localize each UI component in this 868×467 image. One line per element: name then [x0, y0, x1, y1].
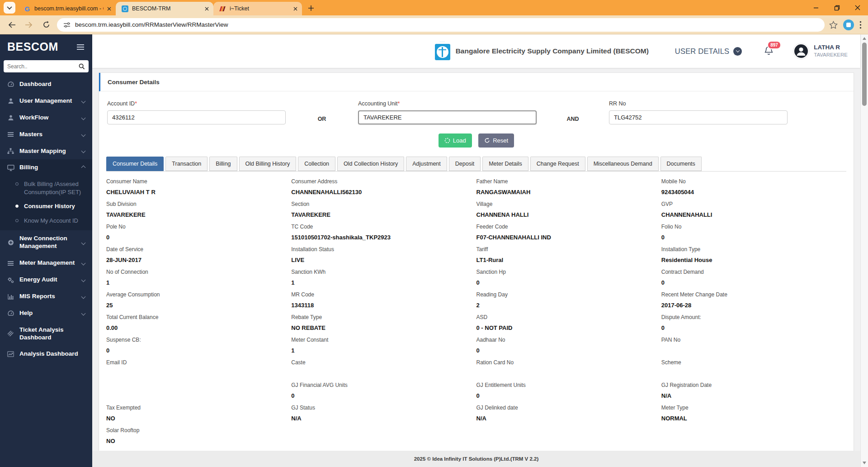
site-info-icon [63, 22, 71, 28]
detail-label: Feeder Code [476, 224, 655, 230]
sidebar-item-new-connection-management[interactable]: New Connection Management [0, 230, 92, 255]
detail-label: Contract Demand [661, 269, 840, 275]
detail-cell: No of Connection1 [106, 269, 291, 291]
hamburger-menu-icon[interactable] [77, 44, 84, 50]
tab-old-billing-history[interactable]: Old Billing History [239, 157, 297, 171]
load-button[interactable]: Load [439, 133, 472, 148]
detail-cell: Installation TypeResidential House [661, 246, 846, 269]
tab-miscellaneous-demand[interactable]: Miscellaneous Demand [587, 157, 659, 171]
sidebar-subitem-consumer-history[interactable]: Consumer History [0, 199, 92, 214]
detail-label: GJ Entitlement Units [476, 382, 655, 388]
tab-billing[interactable]: Billing [209, 157, 237, 171]
refresh-icon [484, 138, 490, 143]
back-button[interactable] [5, 19, 18, 31]
sidebar-subitem-bulk-billing-assesed-consumption-ip-set-[interactable]: Bulk Billing /Assesed Consumption(IP SET… [0, 177, 92, 199]
back-icon [8, 21, 16, 29]
detail-cell: Sub DivisionTAVAREKERE [106, 201, 291, 224]
tab-title: bescom.trm.ieasybill.com - Goo [34, 5, 104, 12]
chevron-down-icon [81, 132, 86, 137]
detail-label: Father Name [476, 178, 655, 185]
tab-deposit[interactable]: Deposit [449, 157, 481, 171]
detail-label: Mobile No [661, 178, 840, 185]
scroll-up-arrow[interactable] [861, 35, 868, 42]
rr-no-field[interactable] [609, 110, 788, 124]
detail-label: Meter Constant [291, 337, 470, 343]
tab-adjustment[interactable]: Adjustment [406, 157, 447, 171]
detail-value: 25 [106, 302, 285, 309]
detail-cell: Tax ExemptedNO [106, 405, 291, 427]
detail-label: Meter Type [661, 405, 840, 411]
search-input[interactable] [7, 63, 79, 70]
detail-cell: Date of Service28-JUN-2017 [106, 246, 291, 269]
tab-consumer-details[interactable]: Consumer Details [106, 157, 164, 171]
detail-label: Email ID [106, 359, 285, 366]
window-close-button[interactable] [847, 0, 868, 15]
extension-glyph [846, 23, 851, 27]
sidebar-item-energy-audit[interactable]: Energy Audit [0, 272, 92, 288]
tab-documents[interactable]: Documents [660, 157, 702, 171]
tab-close-button[interactable] [205, 7, 209, 11]
detail-label: GJ Status [291, 405, 470, 411]
sidebar-item-dashboard[interactable]: Dashboard [0, 76, 92, 93]
browser-tab[interactable]: BESCOM-TRM [116, 2, 213, 15]
bookmark-star-icon[interactable] [829, 21, 838, 29]
tab-close-button[interactable] [293, 7, 297, 11]
sidebar-subitem-know-my-account-id[interactable]: Know My Account ID [0, 214, 92, 228]
sidebar-item-meter-management[interactable]: Meter Management [0, 255, 92, 272]
user-details-dropdown[interactable]: USER DETAILS [675, 47, 742, 56]
sidebar-item-workflow[interactable]: WorkFlow [0, 110, 92, 126]
accounting-unit-field[interactable] [358, 110, 537, 124]
scroll-down-arrow[interactable] [861, 459, 868, 467]
reset-button[interactable]: Reset [478, 133, 514, 148]
brand-logo-text: BESCOM [7, 40, 58, 53]
detail-label: PAN No [661, 337, 840, 343]
sidebar-item-mis-reports[interactable]: MIS Reports [0, 288, 92, 305]
browser-menu-icon[interactable] [859, 21, 862, 29]
sidebar-item-billing[interactable]: Billing [0, 159, 92, 176]
dashboard-icon [7, 81, 14, 87]
sidebar-item-ticket-analysis-dashboard[interactable]: Ticket Analysis Dashboard [0, 322, 92, 346]
sidebar-item-master-mapping[interactable]: Master Mapping [0, 143, 92, 160]
detail-cell: GJ Delinked dateN/A [476, 405, 661, 427]
spinner-icon [444, 138, 450, 143]
sidebar-item-label: User Management [19, 97, 77, 105]
browser-tab[interactable]: Gbescom.trm.ieasybill.com - Goo [18, 2, 116, 15]
new-tab-button[interactable] [305, 2, 317, 14]
sidebar-item-masters[interactable]: Masters [0, 126, 92, 143]
extension-icon[interactable] [843, 19, 854, 30]
forward-button[interactable] [23, 19, 35, 31]
browser-tab[interactable]: i~Ticket [213, 2, 302, 15]
detail-value: 0 [661, 324, 840, 331]
tab-search-button[interactable] [4, 2, 15, 14]
chevron-down-icon [81, 311, 86, 315]
tab-old-collection-history[interactable]: Old Collection History [337, 157, 404, 171]
rr-no-label: RR No [609, 100, 788, 107]
tab-transaction[interactable]: Transaction [165, 157, 208, 171]
window-minimize-button[interactable] [806, 0, 826, 15]
window-restore-button[interactable] [826, 0, 847, 15]
bescom-logo-icon: ¨˙¨˙ [434, 41, 451, 61]
reload-button[interactable] [40, 19, 52, 31]
account-id-field[interactable] [107, 110, 286, 124]
user-icon [7, 114, 14, 121]
scrollbar-thumb[interactable] [862, 43, 867, 106]
tab-change-request[interactable]: Change Request [530, 157, 585, 171]
user-location: TAVAREKERE [814, 52, 848, 58]
detail-cell: Meter Constant1 [291, 337, 476, 359]
sidebar-search[interactable] [4, 60, 89, 72]
tab-meter-details[interactable]: Meter Details [482, 157, 528, 171]
avatar[interactable] [793, 43, 809, 59]
detail-value: 2 [476, 302, 655, 309]
tab-collection[interactable]: Collection [298, 157, 335, 171]
tab-close-button[interactable] [107, 7, 111, 11]
detail-cell: Rebate TypeNO REBATE [291, 314, 476, 337]
page-scrollbar[interactable] [860, 34, 868, 467]
sidebar-item-user-management[interactable]: User Management [0, 93, 92, 110]
chevron-down-icon [81, 99, 86, 103]
url-bar[interactable]: bescom.trm.ieasybill.com/RRMasterView/RR… [57, 18, 825, 32]
sidebar-item-analysis-dashboard[interactable]: Analysis Dashboard [0, 346, 92, 362]
sidebar-item-help[interactable]: Help [0, 305, 92, 322]
detail-cell: Total Current Balance0.00 [106, 314, 291, 337]
notifications-button[interactable]: 897 [764, 45, 774, 58]
sidebar-item-label: Energy Audit [19, 276, 77, 284]
